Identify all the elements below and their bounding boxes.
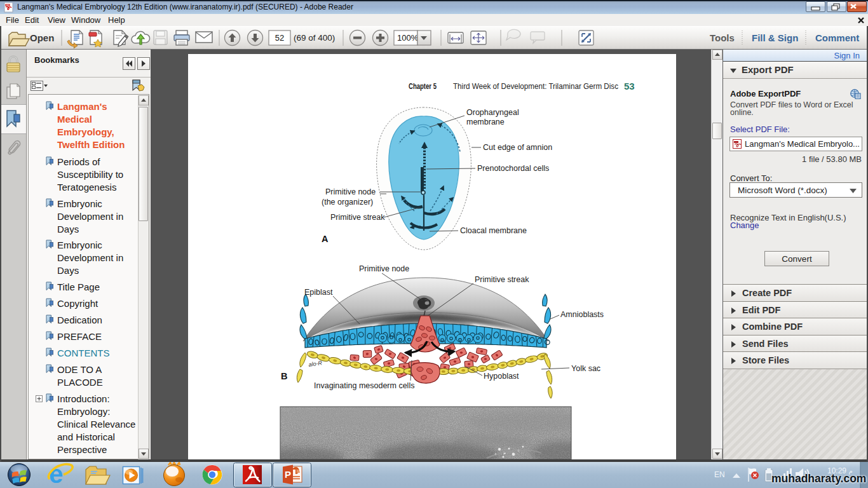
svg-text:52: 52 <box>275 33 284 43</box>
svg-text:Oropharyngeal: Oropharyngeal <box>466 108 519 117</box>
svg-text:53: 53 <box>624 81 635 92</box>
svg-text:Hypoblast: Hypoblast <box>484 372 519 381</box>
svg-text:Fill & Sign: Fill & Sign <box>752 32 798 43</box>
svg-text:100%: 100% <box>397 33 419 43</box>
svg-text:membrane: membrane <box>466 118 505 126</box>
svg-text:Tools: Tools <box>710 32 735 43</box>
svg-text:(69 of 400): (69 of 400) <box>294 33 335 43</box>
svg-text:Primitive streak: Primitive streak <box>330 213 385 222</box>
svg-text:Primitive node: Primitive node <box>359 264 409 273</box>
svg-text:Primitive streak: Primitive streak <box>475 275 529 284</box>
svg-text:alo-R: alo-R <box>308 360 323 368</box>
svg-text:Chapter 5: Chapter 5 <box>409 81 437 91</box>
svg-text:B: B <box>281 371 287 381</box>
svg-text:Comment: Comment <box>815 32 859 43</box>
svg-text:Cloacal membrane: Cloacal membrane <box>460 226 527 235</box>
svg-text:(the organizer): (the organizer) <box>322 198 373 207</box>
svg-text:Prenotochordal cells: Prenotochordal cells <box>477 164 549 173</box>
svg-text:Amnioblasts: Amnioblasts <box>560 310 604 319</box>
svg-text:Cut edge of amnion: Cut edge of amnion <box>483 143 552 152</box>
svg-text:EN: EN <box>714 470 725 479</box>
svg-text:Primitive node: Primitive node <box>325 187 376 196</box>
svg-text:Invaginating mesoderm cells: Invaginating mesoderm cells <box>314 381 414 390</box>
svg-text:Open: Open <box>30 32 54 43</box>
svg-text:P: P <box>285 469 291 480</box>
svg-text:Epiblast: Epiblast <box>304 288 333 297</box>
svg-text:Third Week of Development: Tri: Third Week of Development: Trilaminar Ge… <box>453 81 618 91</box>
svg-text:A: A <box>322 234 329 244</box>
svg-text:Yolk sac: Yolk sac <box>571 364 600 373</box>
